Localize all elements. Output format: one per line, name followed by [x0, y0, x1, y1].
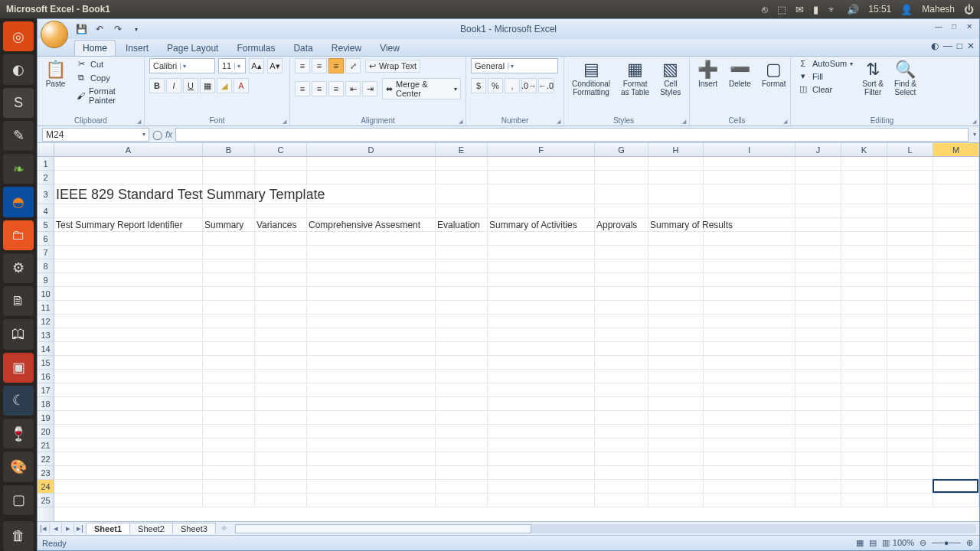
tab-view[interactable]: View: [371, 40, 408, 56]
cell[interactable]: [203, 370, 255, 383]
sheet-nav-last-icon[interactable]: ▸|: [74, 523, 87, 533]
tab-review[interactable]: Review: [323, 40, 370, 56]
cell[interactable]: [933, 273, 979, 286]
cell[interactable]: [54, 259, 203, 272]
cell[interactable]: [436, 452, 488, 465]
cell[interactable]: [795, 204, 841, 217]
cell[interactable]: [203, 411, 255, 424]
cell[interactable]: [54, 171, 203, 184]
cell[interactable]: [933, 397, 979, 410]
cell[interactable]: [307, 259, 436, 272]
cell[interactable]: [841, 439, 887, 452]
cell[interactable]: [595, 273, 648, 286]
row-header[interactable]: 1: [38, 157, 54, 171]
qat-customize-icon[interactable]: ▾: [129, 22, 143, 36]
percent-button[interactable]: %: [488, 78, 503, 93]
cell[interactable]: [54, 383, 203, 396]
cell[interactable]: [436, 259, 488, 272]
cell[interactable]: [307, 287, 436, 300]
cell[interactable]: [488, 301, 595, 314]
cell[interactable]: [488, 370, 595, 383]
cell[interactable]: [255, 301, 307, 314]
cell[interactable]: [704, 452, 795, 465]
cell[interactable]: [795, 370, 841, 383]
fill-color-button[interactable]: ◢: [217, 78, 232, 93]
cell[interactable]: [887, 232, 933, 245]
cell[interactable]: [307, 397, 436, 410]
cell[interactable]: [203, 157, 255, 170]
cell[interactable]: [54, 439, 203, 452]
cell[interactable]: [887, 184, 933, 204]
cell[interactable]: [488, 287, 595, 300]
cell[interactable]: [436, 480, 488, 493]
cell[interactable]: [488, 246, 595, 259]
cell[interactable]: [488, 425, 595, 438]
battery-icon[interactable]: ▮: [813, 4, 818, 15]
cell[interactable]: [488, 204, 595, 217]
align-top-button[interactable]: ≡: [295, 58, 310, 73]
cell[interactable]: [704, 439, 795, 452]
cell[interactable]: [648, 425, 704, 438]
cell[interactable]: [887, 259, 933, 272]
cell[interactable]: [203, 171, 255, 184]
cell[interactable]: [841, 287, 887, 300]
cell[interactable]: [255, 452, 307, 465]
align-middle-button[interactable]: ≡: [312, 58, 327, 73]
maximize-button[interactable]: □: [947, 21, 961, 31]
cell[interactable]: [255, 342, 307, 355]
cell[interactable]: [436, 273, 488, 286]
cell[interactable]: [841, 204, 887, 217]
launcher-dictionary-icon[interactable]: 🕮: [3, 319, 34, 349]
column-header[interactable]: C: [255, 143, 307, 156]
cell[interactable]: [887, 204, 933, 217]
insert-button[interactable]: ➕Insert: [694, 58, 721, 90]
new-sheet-icon[interactable]: ✧: [216, 523, 232, 533]
cell[interactable]: [307, 171, 436, 184]
cell[interactable]: [307, 383, 436, 396]
cell[interactable]: [887, 383, 933, 396]
cell[interactable]: [595, 480, 648, 493]
cell[interactable]: Summary: [203, 218, 255, 231]
cell[interactable]: [704, 383, 795, 396]
cell[interactable]: [704, 204, 795, 217]
cell[interactable]: [203, 480, 255, 493]
cell[interactable]: [255, 480, 307, 493]
cell[interactable]: [648, 301, 704, 314]
close-button[interactable]: ✕: [962, 21, 976, 31]
cell[interactable]: [54, 273, 203, 286]
cell[interactable]: [887, 439, 933, 452]
font-size-dropdown[interactable]: 11▾: [218, 58, 246, 73]
column-header[interactable]: K: [841, 143, 887, 156]
cell[interactable]: [54, 232, 203, 245]
tab-page-layout[interactable]: Page Layout: [158, 40, 227, 56]
cell[interactable]: [307, 452, 436, 465]
row-header[interactable]: 6: [38, 232, 54, 246]
cell[interactable]: [648, 356, 704, 369]
zoom-out-icon[interactable]: ⊖: [920, 538, 926, 547]
cell[interactable]: [488, 157, 595, 170]
cell[interactable]: [595, 452, 648, 465]
cell[interactable]: [307, 184, 436, 204]
column-header[interactable]: L: [887, 143, 933, 156]
cell[interactable]: [307, 411, 436, 424]
fx-icon[interactable]: fx: [165, 129, 172, 140]
tab-formulas[interactable]: Formulas: [228, 40, 283, 56]
shrink-font-button[interactable]: A▾: [267, 58, 283, 73]
cell[interactable]: Summary of Activities: [488, 218, 595, 231]
cell[interactable]: [436, 466, 488, 479]
cell[interactable]: [933, 301, 979, 314]
cell[interactable]: [841, 301, 887, 314]
power-icon[interactable]: ⏻: [964, 4, 974, 15]
cell[interactable]: [704, 411, 795, 424]
cell[interactable]: [887, 356, 933, 369]
cell[interactable]: [704, 466, 795, 479]
sheet-tab[interactable]: Sheet2: [129, 523, 173, 534]
cell[interactable]: [887, 425, 933, 438]
cell[interactable]: [887, 273, 933, 286]
cell[interactable]: [933, 204, 979, 217]
cell[interactable]: [488, 184, 595, 204]
cell[interactable]: [795, 157, 841, 170]
cell[interactable]: [54, 287, 203, 300]
cell[interactable]: [841, 411, 887, 424]
cell[interactable]: [436, 370, 488, 383]
